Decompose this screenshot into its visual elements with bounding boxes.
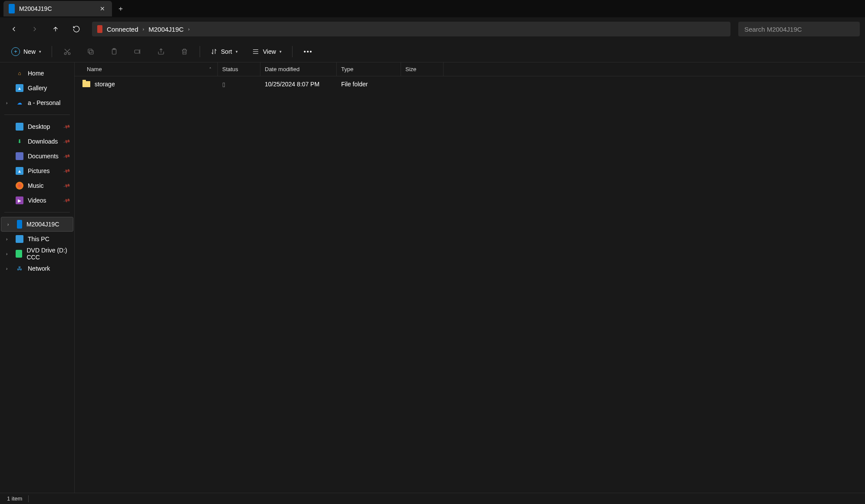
sidebar-item-videos[interactable]: ▶ Videos 📌 — [0, 193, 74, 208]
phone-icon — [9, 4, 15, 13]
file-list: Name ˄ Status Date modified Type Size st… — [75, 62, 865, 493]
pictures-icon: ▲ — [16, 167, 23, 175]
sidebar-item-label: Music — [28, 182, 44, 189]
sidebar-item-gallery[interactable]: ▲ Gallery — [0, 81, 74, 95]
desktop-icon — [16, 123, 23, 131]
col-header-date[interactable]: Date modified — [260, 62, 337, 76]
svg-rect-3 — [88, 49, 92, 53]
breadcrumb-root[interactable]: Connected — [107, 26, 138, 33]
sidebar-separator — [4, 115, 70, 115]
sidebar-item-this-pc[interactable]: › This PC — [0, 232, 74, 246]
copy-button[interactable] — [82, 44, 99, 59]
search-input[interactable]: Search M2004J19C — [738, 22, 860, 36]
chevron-right-icon[interactable]: › — [6, 237, 7, 242]
forward-button[interactable] — [26, 21, 43, 37]
sidebar-item-label: Downloads — [28, 138, 58, 145]
view-button[interactable]: View ▾ — [248, 44, 285, 59]
device-icon — [97, 25, 102, 33]
svg-point-0 — [64, 52, 66, 55]
sidebar-item-pictures[interactable]: ▲ Pictures 📌 — [0, 164, 74, 178]
pin-icon: 📌 — [63, 152, 71, 160]
sidebar-item-label: DVD Drive (D:) CCC — [26, 247, 74, 261]
phone-icon — [17, 220, 22, 229]
status-bar: 1 item — [0, 493, 865, 504]
search-placeholder: Search M2004J19C — [744, 26, 802, 33]
sidebar-item-downloads[interactable]: ⬇ Downloads 📌 — [0, 134, 74, 149]
sidebar-item-personal[interactable]: › ☁ a - Personal — [0, 95, 74, 110]
sidebar: ⌂ Home ▲ Gallery › ☁ a - Personal Deskto… — [0, 62, 75, 493]
col-header-status[interactable]: Status — [218, 62, 260, 76]
chevron-right-icon[interactable]: › — [188, 26, 190, 32]
sidebar-item-music[interactable]: Music 📌 — [0, 178, 74, 193]
column-headers: Name ˄ Status Date modified Type Size — [75, 62, 865, 76]
sidebar-item-label: Desktop — [28, 123, 50, 130]
status-item-count: 1 item — [7, 495, 22, 502]
plus-circle-icon: + — [11, 47, 20, 56]
home-icon: ⌂ — [16, 69, 23, 77]
share-button[interactable] — [153, 44, 169, 59]
pin-icon: 📌 — [63, 137, 71, 145]
sidebar-item-label: Documents — [28, 153, 59, 160]
chevron-right-icon[interactable]: › — [6, 266, 7, 271]
sidebar-item-label: Videos — [28, 197, 46, 204]
col-header-size[interactable]: Size — [401, 62, 444, 76]
svg-point-1 — [68, 52, 70, 55]
sidebar-item-label: This PC — [28, 236, 49, 242]
view-label: View — [263, 48, 276, 55]
download-icon: ⬇ — [16, 137, 23, 145]
documents-icon — [16, 152, 23, 160]
network-icon: 🖧 — [16, 265, 23, 272]
tab-title: M2004J19C — [19, 5, 94, 12]
sidebar-item-device[interactable]: › M2004J19C — [1, 217, 73, 232]
chevron-right-icon[interactable]: › — [7, 222, 9, 227]
sort-button[interactable]: Sort ▾ — [207, 44, 241, 59]
svg-rect-2 — [89, 50, 93, 54]
more-button[interactable]: ••• — [299, 44, 317, 59]
chevron-down-icon: ▾ — [280, 49, 282, 54]
new-tab-button[interactable]: ＋ — [112, 1, 129, 16]
tab-active[interactable]: M2004J19C ✕ — [3, 1, 112, 16]
music-icon — [16, 182, 23, 190]
sidebar-item-dvd[interactable]: › DVD Drive (D:) CCC — [0, 246, 74, 261]
refresh-button[interactable] — [68, 21, 85, 37]
cut-button[interactable] — [59, 44, 76, 59]
cloud-icon: ☁ — [16, 99, 23, 107]
pin-icon: 📌 — [63, 196, 71, 204]
back-button[interactable] — [5, 21, 23, 37]
tab-bar: M2004J19C ✕ ＋ — [0, 0, 865, 17]
sidebar-item-home[interactable]: ⌂ Home — [0, 66, 74, 81]
sidebar-item-network[interactable]: › 🖧 Network — [0, 261, 74, 276]
nav-bar: Connected › M2004J19C › Search M2004J19C — [0, 17, 865, 41]
new-label: New — [23, 48, 36, 55]
chevron-right-icon[interactable]: › — [6, 252, 7, 256]
sidebar-item-desktop[interactable]: Desktop 📌 — [0, 119, 74, 134]
delete-button[interactable] — [176, 44, 193, 59]
main-area: ⌂ Home ▲ Gallery › ☁ a - Personal Deskto… — [0, 62, 865, 493]
up-button[interactable] — [47, 21, 64, 37]
ellipsis-icon: ••• — [304, 48, 313, 55]
rename-button[interactable] — [129, 44, 146, 59]
address-bar[interactable]: Connected › M2004J19C › — [92, 22, 730, 36]
new-button[interactable]: + New ▾ — [8, 44, 45, 59]
close-tab-button[interactable]: ✕ — [98, 3, 107, 14]
sidebar-item-label: Pictures — [28, 167, 50, 174]
breadcrumb-device[interactable]: M2004J19C — [148, 26, 184, 33]
sidebar-item-label: M2004J19C — [26, 221, 59, 228]
toolbar-separator — [292, 46, 293, 57]
file-name: storage — [95, 81, 115, 88]
chevron-right-icon[interactable]: › — [6, 101, 7, 105]
videos-icon: ▶ — [16, 196, 23, 204]
disc-icon — [16, 250, 22, 258]
sidebar-separator — [4, 212, 70, 213]
sync-status-icon: ▯ — [222, 81, 225, 88]
sidebar-item-documents[interactable]: Documents 📌 — [0, 149, 74, 164]
chevron-right-icon[interactable]: › — [143, 26, 145, 32]
file-type: File folder — [341, 81, 368, 88]
chevron-down-icon: ▾ — [236, 49, 238, 54]
sidebar-item-label: Gallery — [28, 85, 47, 92]
col-header-name[interactable]: Name ˄ — [75, 62, 218, 76]
col-header-type[interactable]: Type — [337, 62, 401, 76]
paste-button[interactable] — [106, 44, 122, 59]
file-row[interactable]: storage ▯ 10/25/2024 8:07 PM File folder — [75, 76, 865, 92]
sidebar-item-label: Home — [28, 70, 44, 77]
